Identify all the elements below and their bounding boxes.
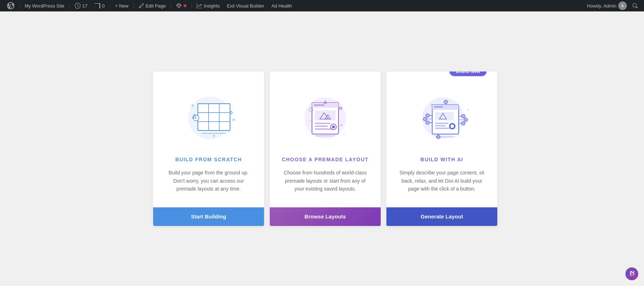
brain-icon xyxy=(628,270,635,277)
insights-icon xyxy=(197,3,202,8)
svg-rect-22 xyxy=(315,123,331,124)
admin-bar: My WordPress Site 17 0 + New Edit Page I… xyxy=(0,0,644,11)
ad-health-item[interactable]: Ad Health xyxy=(269,0,295,11)
svg-text:×: × xyxy=(309,119,311,122)
svg-point-57 xyxy=(444,100,448,104)
svg-point-26 xyxy=(332,125,335,128)
updates-icon xyxy=(75,3,80,9)
svg-point-44 xyxy=(450,124,454,128)
admin-bar-right: Howdy, Admin A xyxy=(585,0,640,11)
comments-item[interactable]: 0 xyxy=(92,0,107,11)
divi-icon xyxy=(176,3,182,9)
svg-rect-18 xyxy=(314,104,325,106)
site-name-item[interactable]: My WordPress Site xyxy=(22,0,67,11)
sep5 xyxy=(171,3,171,9)
svg-point-49 xyxy=(423,117,427,121)
sep1 xyxy=(19,3,20,9)
card-premade-title: CHOOSE A PREMADE LAYOUT xyxy=(282,157,369,162)
new-item[interactable]: + New xyxy=(112,0,131,11)
svg-text:×: × xyxy=(457,134,459,138)
card-ai-title: BUILD WITH AI xyxy=(420,157,463,162)
browse-layouts-label: Browse Layouts xyxy=(304,213,346,220)
brand-new-label: Brand New xyxy=(456,72,480,74)
illustration-ai: + + × xyxy=(410,82,474,147)
sep3 xyxy=(110,3,110,9)
new-label: + New xyxy=(115,3,128,9)
comments-icon xyxy=(94,3,100,9)
exit-vb-label: Exit Visual Builder xyxy=(227,3,264,9)
card-premade-desc: Choose from hundreds of world-class prem… xyxy=(280,169,370,193)
svg-text:+: + xyxy=(430,102,433,107)
search-icon xyxy=(633,3,638,8)
illustration-layout: × × xyxy=(293,82,357,147)
card-ai-body: + + × BUILD WITH AI Simply describe your… xyxy=(386,72,497,207)
svg-point-28 xyxy=(340,124,342,126)
svg-point-53 xyxy=(462,122,465,125)
insights-item[interactable]: Insights xyxy=(194,0,223,11)
sep4 xyxy=(133,3,134,9)
svg-rect-24 xyxy=(315,128,333,130)
exit-vb-item[interactable]: Exit Visual Builder xyxy=(224,0,267,11)
edit-page-item[interactable]: Edit Page xyxy=(136,0,169,11)
svg-rect-42 xyxy=(435,128,450,129)
card-premade-body: × × CHOOSE A PREMADE LAYOUT Choose from … xyxy=(270,72,381,207)
generate-layout-button[interactable]: Generate Layout xyxy=(386,207,497,226)
howdy-item[interactable]: Howdy, Admin A xyxy=(585,0,629,11)
sep6 xyxy=(191,3,192,9)
sep2 xyxy=(69,3,70,9)
start-building-button[interactable]: Start Building xyxy=(153,207,264,226)
main-content: × × BUILD FROM SCRATCH Build your page f… xyxy=(0,11,644,286)
svg-text:×: × xyxy=(228,129,229,133)
card-premade: × × CHOOSE A PREMADE LAYOUT Choose from … xyxy=(270,72,381,226)
edit-icon xyxy=(139,3,144,8)
svg-rect-23 xyxy=(315,125,328,127)
cards-wrapper: × × BUILD FROM SCRATCH Build your page f… xyxy=(150,72,494,226)
svg-text:+: + xyxy=(467,108,469,112)
svg-point-9 xyxy=(213,135,215,137)
svg-text:×: × xyxy=(343,132,345,135)
ad-health-label: Ad Health xyxy=(272,3,292,9)
card-scratch: × × BUILD FROM SCRATCH Build your page f… xyxy=(153,72,264,226)
svg-point-7 xyxy=(191,104,194,107)
svg-point-55 xyxy=(464,118,468,122)
avatar: A xyxy=(618,1,627,10)
divi-item[interactable] xyxy=(173,0,189,11)
comments-count: 0 xyxy=(102,3,104,9)
howdy-label: Howdy, Admin xyxy=(587,3,616,9)
search-item[interactable] xyxy=(630,0,640,11)
updates-count: 17 xyxy=(82,3,87,9)
updates-item[interactable]: 17 xyxy=(72,0,90,11)
generate-layout-label: Generate Layout xyxy=(421,213,463,220)
browse-layouts-button[interactable]: Browse Layouts xyxy=(270,207,381,226)
site-name-label: My WordPress Site xyxy=(25,3,64,9)
svg-rect-37 xyxy=(434,106,443,108)
svg-rect-40 xyxy=(435,123,449,124)
card-scratch-title: BUILD FROM SCRATCH xyxy=(175,157,242,162)
svg-text:×: × xyxy=(197,105,199,109)
card-scratch-body: × × BUILD FROM SCRATCH Build your page f… xyxy=(153,72,264,207)
illustration-scratch: × × xyxy=(176,82,241,147)
svg-point-47 xyxy=(426,121,429,124)
svg-point-45 xyxy=(426,114,429,117)
start-building-label: Start Building xyxy=(191,213,226,220)
edit-page-label: Edit Page xyxy=(146,3,166,9)
ai-brain-button[interactable] xyxy=(625,267,638,280)
brand-new-badge: Brand New xyxy=(449,72,487,76)
svg-rect-1 xyxy=(198,104,230,130)
card-scratch-desc: Build your page from the ground up. Don'… xyxy=(164,169,253,193)
card-ai: Brand New xyxy=(386,72,497,226)
svg-point-51 xyxy=(462,114,465,118)
card-ai-desc: Simply describe your page content, sit b… xyxy=(397,169,487,193)
wp-logo-item[interactable] xyxy=(4,0,17,11)
svg-point-8 xyxy=(232,118,235,121)
divi-status-dot xyxy=(184,4,186,7)
svg-rect-41 xyxy=(435,125,446,127)
insights-label: Insights xyxy=(204,3,220,9)
